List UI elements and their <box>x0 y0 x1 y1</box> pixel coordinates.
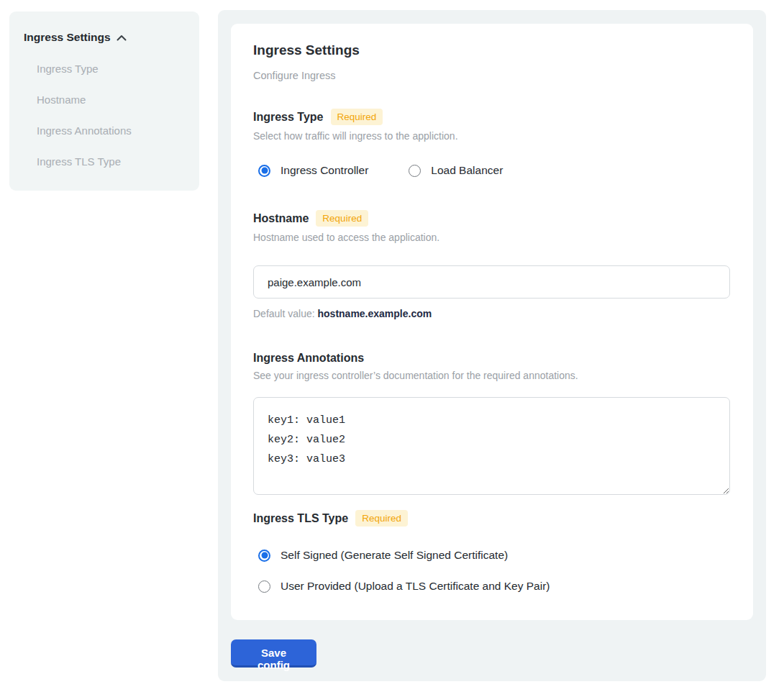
ingress-annotations-label: Ingress Annotations <box>253 352 364 365</box>
sidebar-item-ingress-tls-type[interactable]: Ingress TLS Type <box>37 155 185 168</box>
radio-self-signed[interactable]: Self Signed (Generate Self Signed Certif… <box>258 549 730 562</box>
radio-unselected-icon[interactable] <box>258 580 270 593</box>
ingress-type-description: Select how traffic will ingress to the a… <box>253 130 730 142</box>
default-value-text: hostname.example.com <box>318 308 432 319</box>
hostname-description: Hostname used to access the application. <box>253 232 730 243</box>
ingress-annotations-description: See your ingress controller’s documentat… <box>253 370 730 381</box>
default-value-prefix: Default value: <box>253 308 318 319</box>
radio-selected-icon[interactable] <box>258 550 270 562</box>
radio-load-balancer-label: Load Balancer <box>431 164 503 177</box>
section-ingress-tls-type: Ingress TLS Type Required Self Signed (G… <box>253 510 730 593</box>
section-ingress-annotations: Ingress Annotations See your ingress con… <box>253 352 730 495</box>
ingress-tls-type-label: Ingress TLS Type <box>253 512 348 525</box>
ingress-settings-sidebar: Ingress Settings Ingress Type Hostname I… <box>9 12 199 191</box>
sidebar-section-title: Ingress Settings <box>24 31 111 44</box>
ingress-annotations-textarea[interactable]: key1: value1 key2: value2 key3: value3 <box>253 397 730 495</box>
required-badge: Required <box>316 210 368 227</box>
ingress-type-radio-group: Ingress Controller Load Balancer <box>258 164 730 177</box>
sidebar-nav: Ingress Type Hostname Ingress Annotation… <box>37 63 185 168</box>
radio-user-provided-label: User Provided (Upload a TLS Certificate … <box>281 580 550 593</box>
page-subtitle: Configure Ingress <box>253 70 730 81</box>
radio-ingress-controller-label: Ingress Controller <box>281 164 368 177</box>
sidebar-item-ingress-type[interactable]: Ingress Type <box>37 63 185 75</box>
settings-panel: Ingress Settings Configure Ingress Ingre… <box>218 10 766 681</box>
ingress-type-label: Ingress Type <box>253 111 324 124</box>
radio-self-signed-label: Self Signed (Generate Self Signed Certif… <box>281 549 508 562</box>
required-badge: Required <box>331 109 383 125</box>
section-hostname: Hostname Required Hostname used to acces… <box>253 210 730 319</box>
radio-load-balancer[interactable]: Load Balancer <box>409 164 503 177</box>
required-badge: Required <box>355 510 408 527</box>
ingress-settings-card: Ingress Settings Configure Ingress Ingre… <box>231 24 753 620</box>
page-title: Ingress Settings <box>253 42 730 58</box>
save-config-button[interactable]: Save config <box>231 639 316 668</box>
radio-user-provided[interactable]: User Provided (Upload a TLS Certificate … <box>258 580 730 593</box>
chevron-up-icon <box>117 35 127 42</box>
radio-ingress-controller[interactable]: Ingress Controller <box>258 164 368 177</box>
hostname-label: Hostname <box>253 212 309 225</box>
radio-selected-icon[interactable] <box>258 165 270 177</box>
tls-type-radio-group: Self Signed (Generate Self Signed Certif… <box>258 549 730 593</box>
section-ingress-type: Ingress Type Required Select how traffic… <box>253 109 730 177</box>
radio-unselected-icon[interactable] <box>409 165 421 177</box>
hostname-input[interactable] <box>253 265 730 299</box>
sidebar-item-ingress-annotations[interactable]: Ingress Annotations <box>37 124 185 137</box>
sidebar-section-toggle[interactable]: Ingress Settings <box>24 31 185 44</box>
sidebar-item-hostname[interactable]: Hostname <box>37 94 185 106</box>
hostname-default-value: Default value: hostname.example.com <box>253 308 730 319</box>
